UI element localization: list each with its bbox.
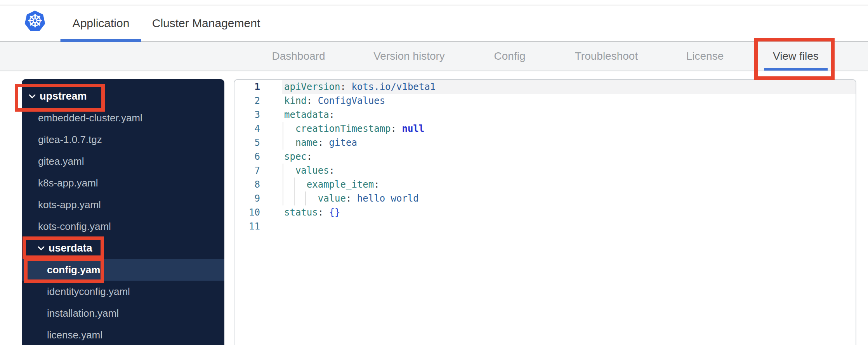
subnav-tab-troubleshoot[interactable]: Troubleshoot: [575, 42, 638, 71]
token-key: apiVersion: [284, 81, 340, 92]
indent-guide: [283, 178, 283, 191]
code-line-1: 1apiVersion: kots.io/v1beta1: [234, 80, 856, 94]
token-brace: {}: [329, 207, 340, 218]
token-key: name: [295, 137, 318, 148]
tree-file-installation-yaml[interactable]: installation.yaml: [22, 302, 224, 324]
line-number: 7: [234, 164, 282, 178]
indent-guide: [294, 191, 295, 205]
tree-file-k8s-app-yaml[interactable]: k8s-app.yaml: [22, 172, 224, 194]
subnav-tab-view-files[interactable]: View files: [773, 42, 819, 71]
token-plain: [351, 193, 357, 204]
subnav-tab-license[interactable]: License: [686, 42, 724, 71]
tree-file-embedded-cluster-yaml[interactable]: embedded-cluster.yaml: [22, 107, 224, 129]
line-number: 4: [234, 122, 282, 136]
file-label: gitea-1.0.7.tgz: [38, 134, 102, 146]
folder-label: userdata: [49, 242, 92, 254]
token-punct: :: [374, 179, 379, 190]
line-number: 8: [234, 178, 282, 191]
tree-file-kots-config-yaml[interactable]: kots-config.yaml: [22, 216, 224, 237]
token-punct: :: [329, 109, 335, 120]
file-label: config.yaml: [47, 264, 103, 276]
token-punct: :: [307, 151, 312, 162]
file-label: k8s-app.yaml: [38, 177, 98, 189]
code-text[interactable]: example_item:: [282, 178, 856, 191]
token-key: kind: [284, 95, 307, 106]
code-line-4: 4 creationTimestamp: null: [234, 122, 856, 136]
token-punct: :: [391, 123, 396, 134]
code-text[interactable]: name: gitea: [282, 136, 856, 150]
code-line-11: 11: [234, 219, 856, 233]
token-punct: :: [346, 193, 351, 204]
file-label: installation.yaml: [47, 307, 119, 319]
subnav-tab-label: Version history: [373, 50, 445, 62]
code-line-7: 7 values:: [234, 164, 856, 178]
line-number: 9: [234, 191, 282, 205]
line-number: 11: [234, 219, 282, 233]
chevron-down-icon: [37, 245, 45, 251]
tree-file-gitea-yaml[interactable]: gitea.yaml: [22, 150, 224, 172]
app-header: ☸ ApplicationCluster Management: [0, 5, 868, 42]
code-text[interactable]: metadata:: [282, 108, 856, 122]
token-key: values: [295, 165, 329, 176]
code-text[interactable]: apiVersion: kots.io/v1beta1: [282, 80, 856, 94]
code-lines: 1apiVersion: kots.io/v1beta12kind: Confi…: [234, 80, 856, 233]
code-text[interactable]: status: {}: [282, 205, 856, 219]
tree-folder-upstream[interactable]: upstream: [22, 85, 224, 107]
subnav-tab-config[interactable]: Config: [494, 42, 526, 71]
tree-file-kots-app-yaml[interactable]: kots-app.yaml: [22, 194, 224, 216]
token-punct: :: [318, 137, 323, 148]
token-key: example_item: [307, 179, 374, 190]
token-key: creationTimestamp: [295, 123, 391, 134]
token-key: spec: [284, 151, 307, 162]
header-tab-cluster-management[interactable]: Cluster Management: [152, 5, 260, 41]
kots-admin-console: ☸ ApplicationCluster Management Dashboar…: [0, 0, 868, 345]
subnav-tab-label: Troubleshoot: [575, 50, 638, 62]
subnav-tab-label: View files: [773, 50, 819, 62]
code-text[interactable]: values:: [282, 164, 856, 178]
token-punct: :: [340, 81, 346, 92]
indent-guide: [283, 164, 283, 178]
yaml-file-editor[interactable]: 1apiVersion: kots.io/v1beta12kind: Confi…: [234, 79, 856, 345]
header-tab-label: Application: [73, 17, 130, 30]
kubernetes-logo-icon: ☸: [24, 10, 46, 33]
token-value: gitea: [329, 137, 357, 148]
file-label: identityconfig.yaml: [47, 286, 130, 298]
token-key: value: [318, 193, 346, 204]
code-line-6: 6spec:: [234, 150, 856, 164]
active-tab-underline: [764, 68, 828, 71]
token-plain: [312, 95, 318, 106]
line-number: 2: [234, 94, 282, 108]
tree-folder-userdata[interactable]: userdata: [22, 237, 224, 259]
subnav-tab-version-history[interactable]: Version history: [373, 42, 445, 71]
token-keyword: null: [402, 123, 424, 134]
indent-guide: [283, 122, 283, 136]
folder-label: upstream: [40, 90, 87, 102]
tree-file-identityconfig-yaml[interactable]: identityconfig.yaml: [22, 281, 224, 302]
active-tab-underline: [61, 39, 141, 42]
token-value: hello world: [357, 193, 419, 204]
header-tab-application[interactable]: Application: [73, 5, 130, 41]
code-text[interactable]: kind: ConfigValues: [282, 94, 856, 108]
code-line-9: 9 value: hello world: [234, 191, 856, 205]
file-tree-sidebar: upstreamembedded-cluster.yamlgitea-1.0.7…: [22, 79, 224, 345]
subnav-tab-dashboard[interactable]: Dashboard: [272, 42, 325, 71]
token-value: kots.io/v1beta1: [351, 81, 436, 92]
token-plain: [346, 81, 351, 92]
line-number: 6: [234, 150, 282, 164]
indent-guide: [305, 191, 306, 205]
chevron-down-icon: [28, 93, 36, 99]
code-text[interactable]: spec:: [282, 150, 856, 164]
code-text[interactable]: value: hello world: [282, 191, 856, 205]
helm-wheel-icon: ☸: [27, 12, 43, 30]
tree-file-config-yaml[interactable]: config.yaml: [22, 259, 224, 281]
indent-guide: [283, 136, 283, 150]
tree-file-license-yaml[interactable]: license.yaml: [22, 324, 224, 345]
file-tree: upstreamembedded-cluster.yamlgitea-1.0.7…: [22, 85, 224, 345]
file-label: gitea.yaml: [38, 155, 84, 167]
code-text[interactable]: [282, 219, 856, 233]
line-number: 5: [234, 136, 282, 150]
code-text[interactable]: creationTimestamp: null: [282, 122, 856, 136]
subnav-tab-label: Dashboard: [272, 50, 325, 62]
file-label: license.yaml: [47, 329, 102, 341]
tree-file-gitea-1-0-7-tgz[interactable]: gitea-1.0.7.tgz: [22, 129, 224, 150]
